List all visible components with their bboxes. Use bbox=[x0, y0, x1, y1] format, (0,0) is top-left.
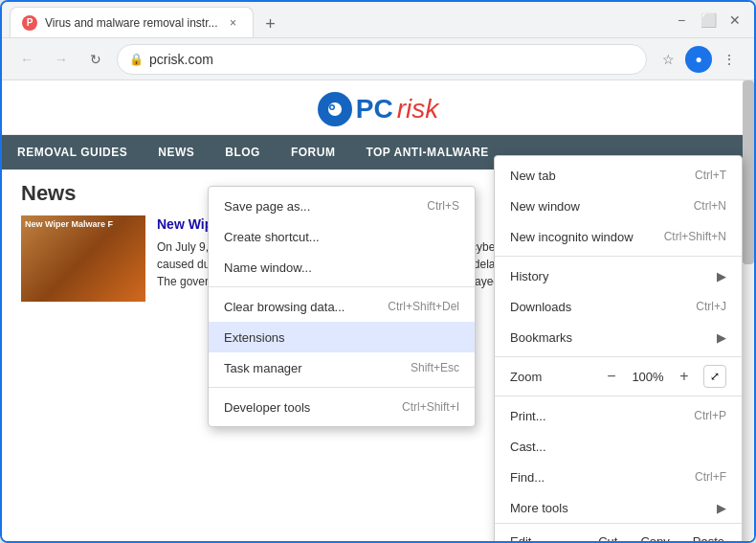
svg-point-0 bbox=[327, 102, 343, 117]
zoom-value: 100% bbox=[631, 370, 665, 384]
menu-item-find-shortcut: Ctrl+F bbox=[695, 470, 726, 484]
copy-button[interactable]: Copy bbox=[631, 528, 678, 541]
menu-item-name-window-label: Name window... bbox=[224, 260, 312, 275]
menu-item-cast[interactable]: Cast... bbox=[495, 431, 742, 462]
menu-item-new-window-shortcut: Ctrl+N bbox=[694, 199, 726, 213]
lock-icon: 🔒 bbox=[129, 53, 144, 66]
menu-item-clear-browsing-label: Clear browsing data... bbox=[224, 300, 345, 314]
menu-item-more-tools-label: More tools bbox=[510, 501, 568, 515]
main-chrome-menu[interactable]: New tab Ctrl+T New window Ctrl+N New inc… bbox=[494, 155, 743, 541]
menu-item-more-tools[interactable]: More tools ▶ bbox=[495, 492, 742, 523]
nav-news[interactable]: NEWS bbox=[143, 135, 210, 170]
address-actions: ☆ ● ⋮ bbox=[655, 46, 743, 73]
sub-context-menu[interactable]: Save page as... Ctrl+S Create shortcut..… bbox=[208, 186, 476, 427]
menu-item-save-page-label: Save page as... bbox=[224, 199, 310, 214]
window-controls: − ⬜ ✕ bbox=[670, 9, 746, 32]
menu-item-downloads[interactable]: Downloads Ctrl+J bbox=[495, 291, 742, 322]
zoom-expand-button[interactable]: ⤢ bbox=[703, 365, 726, 388]
menu-item-task-manager-label: Task manager bbox=[224, 361, 302, 375]
profile-icon: ● bbox=[695, 53, 701, 66]
profile-button[interactable]: ● bbox=[685, 46, 712, 73]
menu-divider-2 bbox=[209, 387, 475, 388]
address-bar: ← → ↻ 🔒 pcrisk.com ☆ ● ⋮ bbox=[2, 38, 754, 80]
site-logo: PC risk bbox=[318, 92, 438, 126]
nav-top-anti-malware[interactable]: TOP ANTI-MALWARE bbox=[350, 135, 503, 170]
zoom-minus-button[interactable]: − bbox=[600, 365, 623, 388]
active-tab[interactable]: P Virus and malware removal instr... × bbox=[10, 7, 254, 37]
nav-blog[interactable]: BLOG bbox=[210, 135, 276, 170]
menu-item-cast-label: Cast... bbox=[510, 440, 546, 454]
menu-item-extensions[interactable]: Extensions bbox=[209, 322, 475, 352]
tab-title: Virus and malware removal instr... bbox=[45, 16, 218, 30]
menu-item-history[interactable]: History ▶ bbox=[495, 260, 742, 291]
menu-item-name-window[interactable]: Name window... bbox=[209, 252, 475, 283]
menu-item-new-incognito-shortcut: Ctrl+Shift+N bbox=[664, 230, 726, 243]
scrollbar-thumb[interactable] bbox=[743, 80, 754, 264]
browser-window: P Virus and malware removal instr... × +… bbox=[0, 0, 756, 543]
zoom-row: Zoom − 100% + ⤢ bbox=[495, 361, 742, 392]
scrollbar[interactable] bbox=[743, 80, 754, 541]
minimize-button[interactable]: − bbox=[670, 9, 693, 32]
menu-item-new-incognito[interactable]: New incognito window Ctrl+Shift+N bbox=[495, 221, 742, 252]
main-menu-divider-1 bbox=[495, 256, 742, 257]
menu-item-save-page-shortcut: Ctrl+S bbox=[427, 199, 459, 213]
menu-item-create-shortcut-label: Create shortcut... bbox=[224, 230, 320, 244]
zoom-controls: − 100% + ⤢ bbox=[600, 365, 726, 388]
bookmark-button[interactable]: ☆ bbox=[655, 46, 681, 73]
tab-favicon: P bbox=[22, 15, 37, 31]
menu-item-find[interactable]: Find... Ctrl+F bbox=[495, 462, 742, 492]
menu-item-clear-browsing[interactable]: Clear browsing data... Ctrl+Shift+Del bbox=[209, 291, 475, 322]
main-menu-divider-2 bbox=[495, 356, 742, 357]
thumb-label: New Wiper Malware F bbox=[25, 219, 113, 229]
tab-close-button[interactable]: × bbox=[226, 15, 241, 31]
menu-item-bookmarks[interactable]: Bookmarks ▶ bbox=[495, 322, 742, 352]
logo-pc: PC bbox=[356, 94, 393, 124]
cut-button[interactable]: Cut bbox=[589, 528, 627, 541]
menu-item-new-window[interactable]: New window Ctrl+N bbox=[495, 191, 742, 221]
title-bar: P Virus and malware removal instr... × +… bbox=[2, 2, 754, 38]
menu-item-task-manager-shortcut: Shift+Esc bbox=[411, 361, 459, 374]
back-button[interactable]: ← bbox=[13, 46, 40, 73]
nav-removal-guides[interactable]: REMOVAL GUIDES bbox=[2, 135, 143, 170]
menu-item-history-arrow: ▶ bbox=[717, 269, 726, 283]
menu-item-developer-tools-label: Developer tools bbox=[224, 400, 310, 415]
menu-item-print[interactable]: Print... Ctrl+P bbox=[495, 400, 742, 431]
menu-item-downloads-shortcut: Ctrl+J bbox=[696, 300, 726, 313]
edit-actions: Cut Copy Paste bbox=[546, 528, 742, 541]
nav-forum[interactable]: FORUM bbox=[276, 135, 351, 170]
menu-button[interactable]: ⋮ bbox=[716, 46, 743, 73]
main-menu-divider-3 bbox=[495, 396, 742, 396]
zoom-plus-button[interactable]: + bbox=[673, 365, 696, 388]
close-window-button[interactable]: ✕ bbox=[723, 9, 746, 32]
menu-item-save-page[interactable]: Save page as... Ctrl+S bbox=[209, 191, 475, 221]
tab-area: P Virus and malware removal instr... × + bbox=[10, 2, 670, 37]
menu-item-new-window-label: New window bbox=[510, 199, 580, 214]
edit-row: Edit Cut Copy Paste bbox=[495, 523, 742, 541]
logo-risk: risk bbox=[397, 94, 439, 124]
menu-item-developer-tools[interactable]: Developer tools Ctrl+Shift+I bbox=[209, 392, 475, 422]
url-bar[interactable]: 🔒 pcrisk.com bbox=[117, 44, 647, 75]
menu-item-new-tab-shortcut: Ctrl+T bbox=[695, 169, 726, 182]
menu-item-bookmarks-arrow: ▶ bbox=[717, 330, 726, 345]
menu-item-print-label: Print... bbox=[510, 409, 546, 423]
menu-item-more-tools-arrow: ▶ bbox=[717, 501, 726, 515]
article-thumbnail: New Wiper Malware F bbox=[21, 215, 145, 302]
menu-item-task-manager[interactable]: Task manager Shift+Esc bbox=[209, 352, 475, 383]
website-content: PC risk REMOVAL GUIDES NEWS BLOG FORUM T… bbox=[2, 80, 754, 541]
maximize-button[interactable]: ⬜ bbox=[697, 9, 720, 32]
menu-item-new-tab[interactable]: New tab Ctrl+T bbox=[495, 160, 742, 191]
svg-point-2 bbox=[330, 106, 333, 109]
reload-button[interactable]: ↻ bbox=[82, 46, 109, 73]
menu-item-create-shortcut[interactable]: Create shortcut... bbox=[209, 221, 475, 252]
menu-item-new-tab-label: New tab bbox=[510, 169, 556, 183]
menu-item-print-shortcut: Ctrl+P bbox=[694, 409, 726, 422]
forward-button[interactable]: → bbox=[48, 46, 75, 73]
menu-item-clear-browsing-shortcut: Ctrl+Shift+Del bbox=[388, 300, 459, 313]
menu-item-downloads-label: Downloads bbox=[510, 300, 571, 314]
menu-item-bookmarks-label: Bookmarks bbox=[510, 330, 572, 345]
new-tab-button[interactable]: + bbox=[257, 11, 284, 37]
site-header: PC risk bbox=[2, 80, 754, 135]
menu-item-find-label: Find... bbox=[510, 470, 545, 485]
menu-item-developer-tools-shortcut: Ctrl+Shift+I bbox=[402, 400, 459, 414]
paste-button[interactable]: Paste bbox=[683, 528, 734, 541]
